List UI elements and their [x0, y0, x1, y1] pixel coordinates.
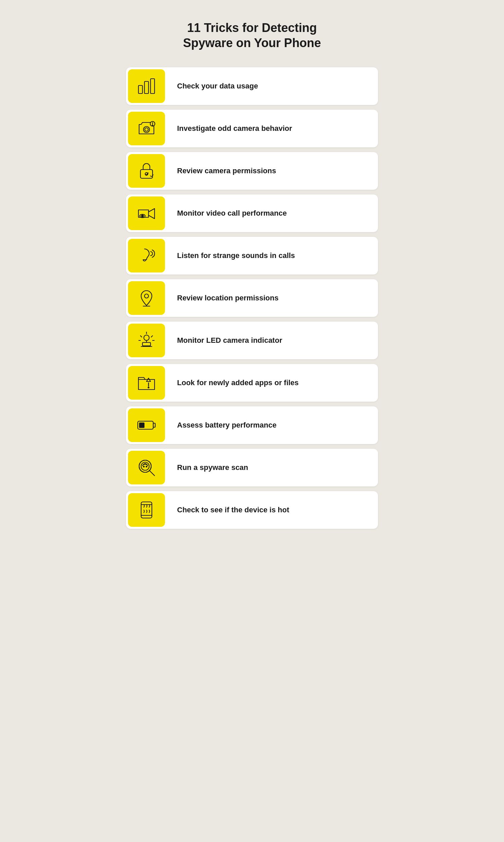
svg-point-11: [142, 215, 143, 217]
page-title: 11 Tricks for Detecting Spyware on Your …: [126, 14, 378, 54]
alarm-light-icon: [128, 324, 165, 357]
list-item: Check your data usage: [126, 67, 378, 105]
svg-rect-1: [144, 81, 148, 93]
svg-rect-8: [141, 170, 152, 178]
item-label: Assess battery performance: [167, 420, 287, 430]
list-item: Monitor video call performance: [126, 194, 378, 232]
svg-point-3: [143, 126, 149, 133]
svg-point-4: [145, 128, 148, 131]
item-label: Check your data usage: [167, 81, 268, 91]
item-label: Run a spyware scan: [167, 463, 258, 472]
svg-rect-20: [139, 423, 144, 428]
item-label: Review camera permissions: [167, 166, 286, 176]
folder-alert-icon: [128, 366, 165, 400]
item-label: Monitor video call performance: [167, 209, 297, 218]
item-label: Listen for strange sounds in calls: [167, 251, 305, 261]
list-item: Investigate odd camera behavior: [126, 110, 378, 147]
item-label: Look for newly added apps or files: [167, 378, 309, 388]
svg-point-23: [143, 466, 145, 468]
camera-alert-icon: [128, 112, 165, 145]
list-item: Assess battery performance: [126, 406, 378, 444]
list-item: Monitor LED camera indicator: [126, 322, 378, 359]
ear-sound-icon: [128, 239, 165, 273]
list-item: Review camera permissions: [126, 152, 378, 190]
list-item: Listen for strange sounds in calls: [126, 237, 378, 275]
item-label: Check to see if the device is hot: [167, 505, 299, 515]
svg-point-15: [144, 335, 149, 340]
svg-point-17: [148, 387, 149, 388]
spy-search-icon: [128, 451, 165, 484]
svg-rect-14: [142, 342, 150, 346]
phone-hot-icon: [128, 493, 165, 527]
item-label: Investigate odd camera behavior: [167, 124, 302, 134]
svg-point-7: [152, 125, 153, 126]
page-container: 11 Tricks for Detecting Spyware on Your …: [126, 14, 378, 529]
svg-point-24: [146, 466, 147, 468]
list-item: Review location permissions: [126, 279, 378, 317]
list-item: Look for newly added apps or files: [126, 364, 378, 402]
svg-point-12: [144, 294, 148, 298]
svg-rect-19: [153, 423, 155, 427]
location-pin-icon: [128, 281, 165, 315]
battery-low-icon: [128, 408, 165, 442]
list-item: Check to see if the device is hot: [126, 491, 378, 529]
list-item: Run a spyware scan: [126, 449, 378, 486]
tips-list: Check your data usage Investigate odd ca…: [126, 67, 378, 529]
svg-rect-2: [150, 79, 155, 93]
lock-check-icon: [128, 154, 165, 188]
item-label: Monitor LED camera indicator: [167, 336, 292, 345]
bar-chart-icon: [128, 69, 165, 103]
svg-rect-0: [139, 85, 142, 93]
item-label: Review location permissions: [167, 293, 289, 303]
video-eye-icon: [128, 196, 165, 230]
